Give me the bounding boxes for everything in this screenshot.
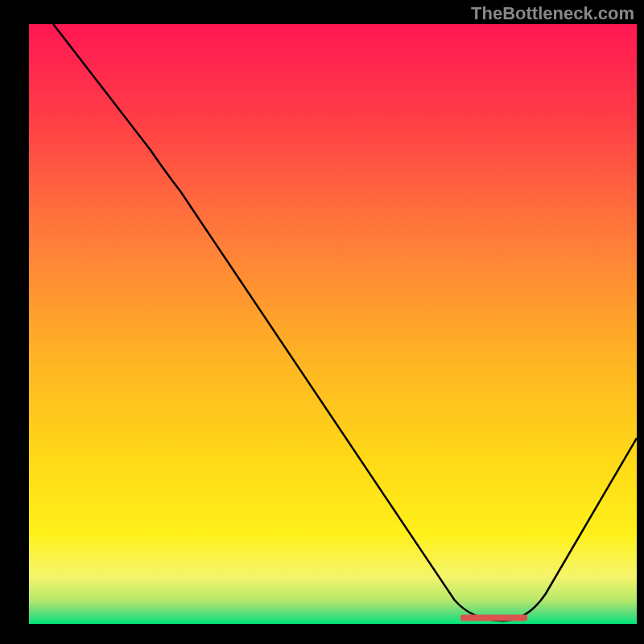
watermark-text: TheBottleneck.com xyxy=(471,3,634,24)
bottleneck-chart: TheBottleneck.com xyxy=(0,0,644,644)
optimal-marker xyxy=(460,615,527,621)
plot-background xyxy=(29,24,637,624)
chart-svg xyxy=(0,0,644,644)
